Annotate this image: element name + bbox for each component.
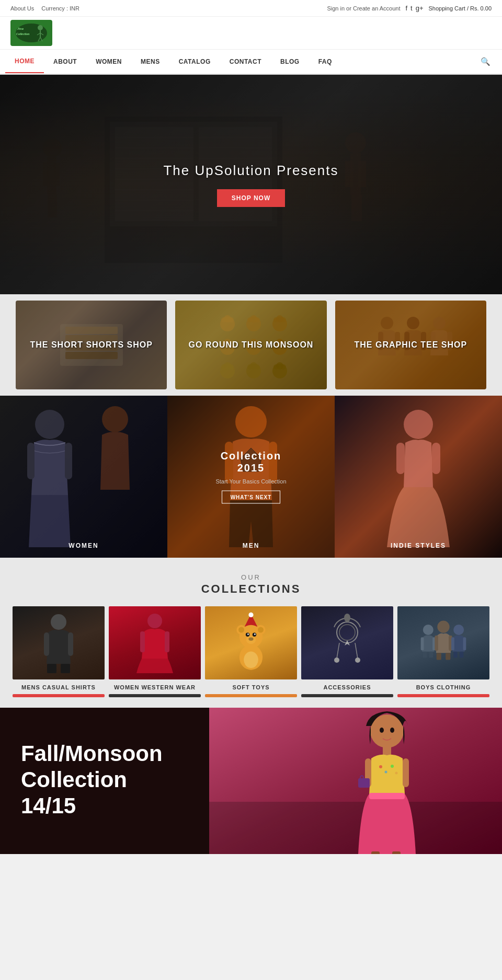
svg-point-119 [246,636,256,644]
nav-catalog[interactable]: CATALOG [169,51,220,73]
svg-rect-131 [421,637,424,650]
create-account-link[interactable]: Create an Account [353,5,401,11]
boys-svg [417,609,470,677]
svg-point-129 [355,658,360,663]
svg-rect-104 [140,631,145,652]
svg-rect-133 [423,652,427,658]
featured-card-monsoon-overlay: GO ROUND THIS MONSOON [175,301,326,389]
svg-point-88 [35,410,64,439]
svg-point-116 [247,633,249,635]
nav-contact[interactable]: CONTACT [220,51,271,73]
collection-item-women[interactable]: WOMEN WESTERN WEAR [109,606,201,697]
top-bar: About Us Currency : INR Sign in or Creat… [0,0,502,17]
collection-image-toys [205,606,297,679]
featured-card-shorts[interactable]: THE SHORT SHORTS SHOP [16,301,167,389]
about-us-link[interactable]: About Us [10,5,34,11]
slider-panel-indie[interactable]: INDIE STYLES [335,396,502,558]
collection-slider: WOMEN Collection 2015 Start Your Basics … [0,396,502,558]
featured-card-graphic[interactable]: THE GRAPHIC TEE SHOP [335,301,486,389]
svg-point-123 [339,625,355,640]
search-icon[interactable]: 🔍 [474,50,497,74]
collection-item-access[interactable]: ACCESSORIES [301,606,393,697]
svg-rect-159 [371,851,380,854]
svg-rect-139 [446,653,450,660]
svg-point-149 [390,728,394,733]
svg-point-122 [337,622,358,643]
svg-rect-138 [437,653,441,660]
svg-rect-136 [435,636,438,651]
svg-point-125 [344,614,350,622]
section-title: COLLECTIONS [10,582,492,596]
svg-line-128 [355,643,358,659]
collection-image-access [301,606,393,679]
collections-grid: MENS CASUAL SHIRTS WOMEN WESTERN WEAR [10,606,492,697]
nav-faq[interactable]: FAQ [309,51,341,73]
slider-center-content: Collection 2015 Start Your Basics Collec… [209,450,293,504]
twitter-icon[interactable]: t [410,4,413,12]
collection-label-mens: MENS CASUAL SHIRTS [13,684,105,691]
women-mannequin-svg [0,396,167,558]
featured-card-graphic-title: THE GRAPHIC TEE SHOP [349,335,473,356]
logo-image: Jiva Collection [10,20,52,46]
featured-card-shorts-overlay: THE SHORT SHORTS SHOP [16,301,167,389]
slider-label-men: MEN [167,542,335,549]
nav-home[interactable]: HOME [5,50,44,73]
featured-card-shorts-title: THE SHORT SHORTS SHOP [25,335,157,356]
top-bar-right: Sign in or Create an Account f t g+ Shop… [327,4,492,12]
hero-title: The UpSolution Presents [163,163,338,179]
collection-item-toys[interactable]: SOFT TOYS [205,606,297,697]
svg-point-155 [379,765,382,768]
signin-link[interactable]: Sign in [327,5,345,11]
promo-title-line1: Fall/Monsoon [21,742,188,766]
svg-point-92 [235,406,267,437]
svg-point-95 [404,410,433,439]
nav-women[interactable]: WOMEN [86,51,131,73]
collection-label-women: WOMEN WESTERN WEAR [109,684,201,691]
svg-point-112 [238,627,244,633]
slider-panel-men[interactable]: Collection 2015 Start Your Basics Collec… [167,396,335,558]
svg-rect-89 [27,443,35,479]
header: Jiva Collection [0,17,502,50]
featured-card-graphic-overlay: THE GRAPHIC TEE SHOP [335,301,486,389]
slider-panel-women[interactable]: WOMEN [0,396,167,558]
svg-text:Jiva: Jiva [17,27,24,31]
collection-bar-women [109,694,201,697]
currency-label: Currency : INR [41,5,79,11]
svg-point-156 [385,771,387,774]
svg-rect-143 [453,652,458,658]
googleplus-icon[interactable]: g+ [416,4,424,12]
svg-point-91 [102,406,128,432]
svg-rect-153 [403,758,409,787]
collection-label-access: ACCESSORIES [301,684,393,691]
svg-point-108 [248,613,253,617]
collection-item-boys[interactable]: BOYS CLOTHING [397,606,489,697]
svg-point-135 [437,621,449,633]
svg-point-157 [391,765,394,768]
svg-rect-97 [432,443,440,474]
footer-promo-right [209,708,502,854]
whats-next-button[interactable]: WHAT'S NEXT [222,491,281,504]
svg-rect-144 [460,652,464,658]
nav-about[interactable]: ABOUT [44,51,86,73]
cart-info[interactable]: Shopping Cart / Rs. 0.00 [429,5,492,11]
section-heading: OUR [10,573,492,581]
promo-title-line3: 14/15 [21,794,188,818]
facebook-icon[interactable]: f [405,4,407,12]
logo-area[interactable]: Jiva Collection [10,20,52,46]
svg-rect-146 [209,802,502,854]
svg-rect-102 [61,664,70,673]
collection-bar-boys [397,694,489,697]
collection-image-boys [397,606,489,679]
featured-row: THE SHORT SHORTS SHOP [0,294,502,396]
nav-blog[interactable]: BLOG [271,51,309,73]
svg-point-130 [423,625,433,635]
collection-item-mens[interactable]: MENS CASUAL SHIRTS [13,606,105,697]
shop-now-button[interactable]: SHOP NOW [217,189,285,207]
svg-rect-151 [369,793,405,799]
slider-track: WOMEN Collection 2015 Start Your Basics … [0,396,502,558]
mens-figure-svg [38,612,79,674]
svg-rect-154 [358,778,370,788]
nav-mens[interactable]: MENS [131,51,169,73]
collection-image-mens [13,606,105,679]
featured-card-monsoon[interactable]: GO ROUND THIS MONSOON [175,301,326,389]
